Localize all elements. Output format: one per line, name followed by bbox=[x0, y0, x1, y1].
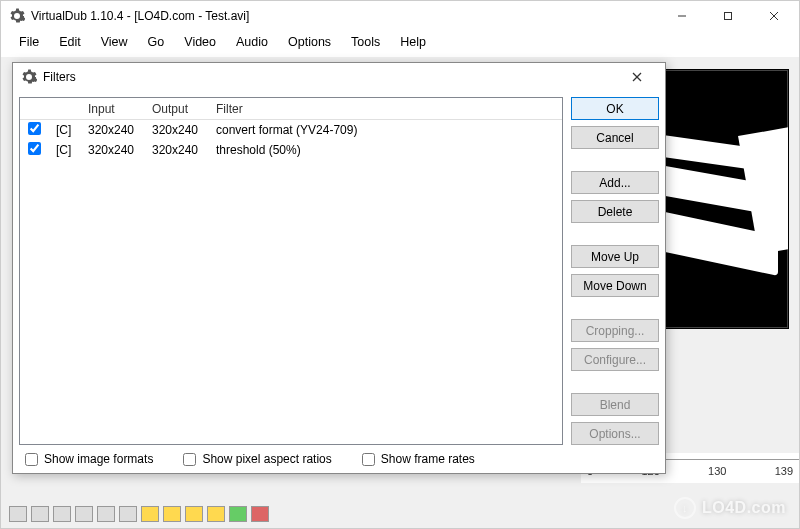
filter-row-checkbox[interactable] bbox=[28, 142, 41, 155]
options-button[interactable]: Options... bbox=[571, 422, 659, 445]
filter-row-output: 320x240 bbox=[144, 122, 208, 138]
checkbox[interactable] bbox=[183, 453, 196, 466]
menu-edit[interactable]: Edit bbox=[49, 32, 91, 52]
filter-row[interactable]: [C] 320x240 320x240 threshold (50%) bbox=[20, 140, 562, 160]
checkbox[interactable] bbox=[25, 453, 38, 466]
filter-row[interactable]: [C] 320x240 320x240 convert format (YV24… bbox=[20, 120, 562, 140]
toolbar-icon[interactable] bbox=[141, 506, 159, 522]
filter-row-input: 320x240 bbox=[80, 122, 144, 138]
filter-list[interactable]: Input Output Filter [C] 320x240 320x240 … bbox=[19, 97, 563, 445]
filter-row-name: convert format (YV24-709) bbox=[208, 122, 562, 138]
menubar: File Edit View Go Video Audio Options To… bbox=[1, 31, 799, 53]
menu-tools[interactable]: Tools bbox=[341, 32, 390, 52]
move-down-button[interactable]: Move Down bbox=[571, 274, 659, 297]
menu-audio[interactable]: Audio bbox=[226, 32, 278, 52]
filter-row-output: 320x240 bbox=[144, 142, 208, 158]
blend-button[interactable]: Blend bbox=[571, 393, 659, 416]
show-frame-rates-checkbox[interactable]: Show frame rates bbox=[362, 452, 475, 466]
toolbar-icon[interactable] bbox=[31, 506, 49, 522]
watermark-text: LO4D.com bbox=[702, 499, 786, 517]
ruler-tick: 139 bbox=[775, 465, 793, 477]
delete-button[interactable]: Delete bbox=[571, 200, 659, 223]
titlebar: VirtualDub 1.10.4 - [LO4D.com - Test.avi… bbox=[1, 1, 799, 31]
menu-view[interactable]: View bbox=[91, 32, 138, 52]
app-icon bbox=[9, 8, 25, 24]
dialog-icon bbox=[21, 69, 37, 85]
menu-video[interactable]: Video bbox=[174, 32, 226, 52]
ok-button[interactable]: OK bbox=[571, 97, 659, 120]
dialog-close-button[interactable] bbox=[617, 63, 657, 91]
transport-toolbar bbox=[9, 504, 409, 524]
minimize-button[interactable] bbox=[659, 1, 705, 31]
dialog-title: Filters bbox=[43, 70, 617, 84]
header-output[interactable]: Output bbox=[144, 99, 208, 119]
watermark-icon: ↓ bbox=[674, 497, 696, 519]
toolbar-icon[interactable] bbox=[119, 506, 137, 522]
filter-row-code: [C] bbox=[48, 122, 80, 138]
filters-dialog: Filters Input Output Filter [C] 320x240 … bbox=[12, 62, 666, 474]
toolbar-icon[interactable] bbox=[53, 506, 71, 522]
watermark: ↓ LO4D.com bbox=[674, 497, 786, 519]
menu-options[interactable]: Options bbox=[278, 32, 341, 52]
configure-button[interactable]: Configure... bbox=[571, 348, 659, 371]
toolbar-icon[interactable] bbox=[185, 506, 203, 522]
toolbar-icon[interactable] bbox=[97, 506, 115, 522]
close-button[interactable] bbox=[751, 1, 797, 31]
filter-row-checkbox[interactable] bbox=[28, 122, 41, 135]
checkbox[interactable] bbox=[362, 453, 375, 466]
menu-go[interactable]: Go bbox=[138, 32, 175, 52]
checkbox-label: Show pixel aspect ratios bbox=[202, 452, 331, 466]
header-filter[interactable]: Filter bbox=[208, 99, 562, 119]
filter-row-code: [C] bbox=[48, 142, 80, 158]
toolbar-icon[interactable] bbox=[75, 506, 93, 522]
cropping-button[interactable]: Cropping... bbox=[571, 319, 659, 342]
filter-row-input: 320x240 bbox=[80, 142, 144, 158]
add-button[interactable]: Add... bbox=[571, 171, 659, 194]
window-title: VirtualDub 1.10.4 - [LO4D.com - Test.avi… bbox=[31, 9, 659, 23]
move-up-button[interactable]: Move Up bbox=[571, 245, 659, 268]
toolbar-icon[interactable] bbox=[9, 506, 27, 522]
filter-row-name: threshold (50%) bbox=[208, 142, 562, 158]
dialog-footer: Show image formats Show pixel aspect rat… bbox=[13, 445, 665, 473]
toolbar-icon[interactable] bbox=[251, 506, 269, 522]
window-controls bbox=[659, 1, 797, 31]
toolbar-icon[interactable] bbox=[163, 506, 181, 522]
svg-rect-1 bbox=[725, 13, 732, 20]
toolbar-icon[interactable] bbox=[229, 506, 247, 522]
dialog-titlebar: Filters bbox=[13, 63, 665, 91]
header-input[interactable]: Input bbox=[80, 99, 144, 119]
toolbar-icon[interactable] bbox=[207, 506, 225, 522]
ruler-tick: 130 bbox=[708, 465, 726, 477]
menu-file[interactable]: File bbox=[9, 32, 49, 52]
cancel-button[interactable]: Cancel bbox=[571, 126, 659, 149]
maximize-button[interactable] bbox=[705, 1, 751, 31]
show-image-formats-checkbox[interactable]: Show image formats bbox=[25, 452, 153, 466]
checkbox-label: Show frame rates bbox=[381, 452, 475, 466]
show-pixel-aspect-checkbox[interactable]: Show pixel aspect ratios bbox=[183, 452, 331, 466]
checkbox-label: Show image formats bbox=[44, 452, 153, 466]
filter-list-header: Input Output Filter bbox=[20, 98, 562, 120]
dialog-button-column: OK Cancel Add... Delete Move Up Move Dow… bbox=[571, 97, 659, 445]
menu-help[interactable]: Help bbox=[390, 32, 436, 52]
